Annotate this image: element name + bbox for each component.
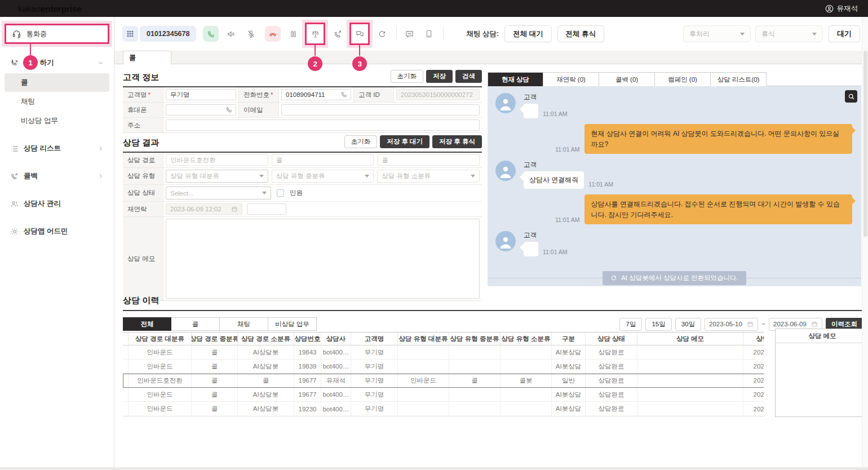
consult-memo-panel-title: 상담 메모 [776,329,868,343]
speaker-button[interactable] [224,26,238,41]
consult-path-2-field: 콜 [272,154,374,166]
history-cell: 인바운드호전환 [129,374,192,387]
vertical-scrollbar[interactable] [862,17,868,467]
chat-timestamp: 11:01 AM [588,181,613,189]
chat-search-button[interactable] [845,90,857,103]
result-reset-button[interactable]: 초기화 [344,135,378,148]
switch-to-chat-button[interactable]: 3 [349,23,370,45]
range-15d-button[interactable]: 15일 [645,318,671,331]
customer-reset-button[interactable]: 초기화 [391,70,424,83]
chat-message-agent: 11:01 AM 현재 상담사 연결이 어려워 AI 상담봇이 도와드리겠습니다… [488,118,861,154]
history-table-row[interactable]: 인바운드콜AI상담봇19230bot400…무기명AI봇상담상담완료2023-0… [123,402,764,416]
postprocess-select[interactable]: 후처리 [683,25,751,42]
sidebar-item-callback[interactable]: 콜백 [0,166,114,186]
chat-message-button[interactable] [402,26,417,41]
save-and-rest-button[interactable]: 저장 후 휴식 [432,135,482,148]
sidebar-item-chat[interactable]: 채팅 [5,92,109,111]
history-cell: AI봇상담 [552,345,586,359]
history-cell [398,402,449,416]
agent-status-indicator[interactable]: 통화중 1 [5,24,109,44]
customer-search-button[interactable]: 검색 [455,70,482,83]
history-cell: 19677 [294,374,321,387]
chat-timestamp: 11:01 AM [543,110,568,118]
all-rest-button[interactable]: 전체 휴식 [557,25,604,42]
sidebar-item-nonconsult[interactable]: 비상담 업무 [5,112,109,130]
sidebar-item-agent-mgmt[interactable]: 상담사 관리 [0,194,114,214]
all-wait-button[interactable]: 전체 대기 [504,25,551,42]
recontact-date-field[interactable]: 2023-06-09 12:02 [166,203,242,215]
history-cell [398,388,449,401]
consult-status-select[interactable]: Select... [166,187,271,199]
history-cell: 콜 [192,388,238,401]
range-30d-button[interactable]: 30일 [675,318,701,331]
mobile-device-button[interactable] [422,26,436,41]
customer-address-input[interactable] [166,119,480,131]
consult-type-minor-select[interactable]: 상담 유형 소분류 [377,170,480,183]
save-and-wait-button[interactable]: 저장 후 대기 [380,135,429,148]
customer-phone-input[interactable]: 01089094711 [281,89,351,100]
toolbar-divider [396,28,397,40]
history-cell: 유재석 [321,374,351,387]
calendar-icon [231,206,238,212]
history-tab-nonconsult[interactable]: 비상담 업무 [268,317,317,331]
hangup-button[interactable] [265,26,281,42]
sidebar-item-agent-mgmt-label: 상담사 관리 [24,199,61,209]
chat-bubble: 상담사 연결해줘 [524,171,584,189]
call-button[interactable] [203,26,219,42]
history-cell: AI봇상담 [552,402,586,416]
rest-select[interactable]: 휴식 [755,25,823,42]
history-table-row[interactable]: 인바운드콜AI상담봇19839bot400…무기명AI봇상담상담완료2023-0… [123,360,764,374]
tab-current-consult[interactable]: 현재 상담 [488,72,543,86]
sidebar-item-app-admin[interactable]: 상담앱 어드민 [0,221,114,241]
top-bar: kakaoenterprise 유재석 [0,0,868,17]
history-cell: 무기명 [351,388,398,401]
date-from-input[interactable]: 2023-05-10 [705,318,758,331]
phone-number-input[interactable]: 01012345678 [140,26,196,42]
customer-name-input[interactable]: 무기명 [166,89,236,100]
history-table-row[interactable]: 인바운드콜AI상담봇19677bot400…무기명AI봇상담상담완료2023-0… [123,388,764,402]
customer-mobile-input[interactable] [166,104,236,116]
chat-timestamp: 11:01 AM [543,249,568,256]
call-transfer-button[interactable] [330,26,345,41]
history-header-cell [123,332,129,345]
refresh-button[interactable] [375,26,389,41]
complaint-checkbox[interactable] [277,189,284,197]
scrollbar-thumb[interactable] [863,51,867,237]
customer-email-input[interactable] [281,104,480,116]
history-tab-chat[interactable]: 채팅 [220,317,268,331]
sidebar-item-consult-list[interactable]: 상담 리스트 [0,139,114,158]
recontact-time-input[interactable] [247,203,286,215]
required-mark: * [271,91,273,98]
history-cell: 무기명 [351,374,398,387]
tab-recontact[interactable]: 재연락 (0) [543,72,599,86]
tab-campaign[interactable]: 캠페인 (0) [655,72,711,86]
callback-phone-icon [10,172,19,181]
sidebar-item-consult[interactable]: 상담 하기 [0,53,114,73]
history-table-row[interactable]: 인바운드호전환콜콜19677유재석무기명인바운드콜콜봇일반상담완료2023-06… [123,374,764,388]
hold-button[interactable] [286,26,300,41]
user-menu[interactable]: 유재석 [825,4,858,14]
mute-mic-button[interactable] [243,26,258,41]
history-cell [123,388,129,401]
history-tab-all[interactable]: 전체 [123,317,171,331]
customer-save-button[interactable]: 저장 [426,70,453,83]
history-cell: bot400… [321,345,351,359]
tab-callback[interactable]: 콜백 (0) [599,72,655,86]
history-table-row[interactable]: 인바운드콜AI상담봇19843bot400…무기명AI봇상담상담완료2023-0… [123,345,764,360]
history-header-cell: 고객명 [351,332,398,345]
chevron-right-icon [98,173,104,179]
consult-memo-textarea[interactable] [166,219,480,299]
dialpad-button[interactable] [122,26,138,42]
consult-type-middle-select[interactable]: 상담 유형 중분류 [272,170,374,183]
history-cell: AI상담봇 [238,388,294,401]
sidebar-item-call[interactable]: 콜 [5,73,109,92]
tab-call[interactable]: 콜 [123,51,171,64]
wait-button[interactable]: 대기 [829,25,860,42]
consult-assist-button[interactable]: 2 [305,23,325,45]
history-tab-call[interactable]: 콜 [171,317,220,331]
tab-consult-list[interactable]: 상담 리스트(0) [711,72,767,86]
horizontal-scrollbar[interactable] [0,467,868,470]
consult-type-major-select[interactable]: 상담 유형 대분류 [166,170,268,183]
range-7d-button[interactable]: 7일 [619,318,642,331]
history-cell: 19843 [294,345,321,359]
